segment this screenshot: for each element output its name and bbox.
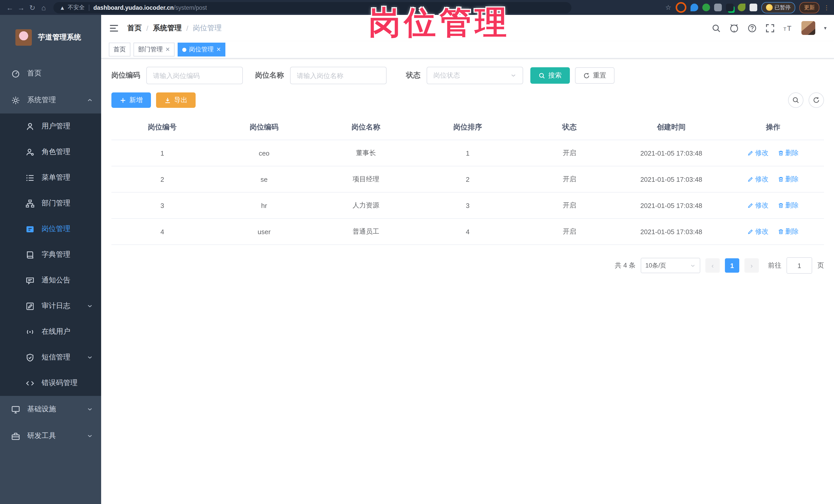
cell-code: se bbox=[213, 166, 315, 192]
app-logo[interactable]: 芋道管理系统 bbox=[0, 15, 101, 60]
edit-link[interactable]: 修改 bbox=[747, 175, 769, 184]
add-button-label: 新增 bbox=[129, 95, 143, 105]
home-icon[interactable]: ⌂ bbox=[38, 2, 49, 13]
extensions-puzzle-icon[interactable] bbox=[749, 4, 757, 11]
tab-home[interactable]: 首页 bbox=[109, 43, 130, 57]
role-icon bbox=[26, 148, 35, 156]
prev-page-button[interactable]: ‹ bbox=[705, 258, 720, 273]
edit-link[interactable]: 修改 bbox=[747, 201, 769, 210]
close-icon[interactable]: ✕ bbox=[165, 46, 170, 53]
forward-icon[interactable]: → bbox=[16, 2, 27, 13]
breadcrumb-home[interactable]: 首页 bbox=[127, 23, 142, 32]
extension-icon[interactable] bbox=[690, 4, 698, 11]
cell-status: 开启 bbox=[519, 140, 620, 166]
close-icon[interactable]: ✕ bbox=[216, 46, 221, 53]
cell-time: 2021-01-05 17:03:48 bbox=[620, 219, 722, 245]
back-icon[interactable]: ← bbox=[4, 2, 16, 13]
menu-list-icon bbox=[26, 173, 35, 182]
sidebar-item-departments[interactable]: 部门管理 bbox=[0, 191, 101, 216]
post-code-input[interactable] bbox=[146, 67, 243, 84]
chevron-down-icon[interactable]: ▾ bbox=[824, 25, 827, 31]
delete-link[interactable]: 删除 bbox=[777, 175, 798, 184]
page-number-button[interactable]: 1 bbox=[725, 258, 739, 273]
sidebar-item-menus[interactable]: 菜单管理 bbox=[0, 165, 101, 191]
sidebar-item-users[interactable]: 用户管理 bbox=[0, 113, 101, 139]
sidebar-item-label: 部门管理 bbox=[42, 199, 70, 208]
main-area: 首页 / 系统管理 / 岗位管理 bbox=[101, 15, 834, 504]
status-select[interactable]: 岗位状态 bbox=[426, 67, 523, 84]
chevron-down-icon bbox=[87, 433, 93, 439]
update-label: 更新 bbox=[804, 4, 815, 11]
sidebar-item-audit-log[interactable]: 审计日志 bbox=[0, 293, 101, 319]
github-icon[interactable] bbox=[729, 23, 739, 32]
sidebar-item-devtools[interactable]: 研发工具 bbox=[0, 423, 101, 449]
cell-name: 董事长 bbox=[315, 140, 417, 166]
sidebar-toggle-icon[interactable] bbox=[109, 23, 119, 33]
extension-icon[interactable] bbox=[738, 4, 745, 11]
help-icon[interactable] bbox=[747, 23, 757, 32]
fullscreen-icon[interactable] bbox=[766, 23, 775, 32]
chevron-down-icon bbox=[87, 303, 93, 309]
online-users-icon bbox=[26, 327, 35, 336]
extension-icon[interactable] bbox=[675, 2, 686, 13]
reset-button[interactable]: 重置 bbox=[575, 67, 615, 84]
cell-actions: 修改 删除 bbox=[722, 219, 824, 245]
sidebar-item-dictionary[interactable]: 字典管理 bbox=[0, 242, 101, 267]
next-page-button[interactable]: › bbox=[744, 258, 759, 273]
edit-link[interactable]: 修改 bbox=[747, 148, 769, 158]
sidebar-item-label: 短信管理 bbox=[42, 353, 70, 362]
sidebar-item-infrastructure[interactable]: 基础设施 bbox=[0, 396, 101, 423]
tab-label: 岗位管理 bbox=[189, 45, 214, 54]
sidebar-item-roles[interactable]: 角色管理 bbox=[0, 139, 101, 165]
sidebar-item-home[interactable]: 首页 bbox=[0, 60, 101, 87]
delete-link[interactable]: 删除 bbox=[777, 227, 798, 236]
post-name-input[interactable] bbox=[290, 67, 387, 84]
tab-departments[interactable]: 部门管理 ✕ bbox=[133, 43, 175, 57]
goto-page-input[interactable] bbox=[787, 257, 812, 274]
delete-link[interactable]: 删除 bbox=[777, 148, 798, 158]
refresh-table-button[interactable] bbox=[809, 92, 824, 108]
delete-label: 删除 bbox=[785, 201, 798, 210]
edit-link[interactable]: 修改 bbox=[747, 227, 769, 236]
paused-profile-badge[interactable]: 已暂停 bbox=[761, 2, 795, 13]
sidebar-item-label: 菜单管理 bbox=[42, 173, 70, 182]
avatar[interactable] bbox=[802, 21, 815, 35]
svg-text:T: T bbox=[784, 26, 786, 31]
sidebar-item-error-codes[interactable]: 错误码管理 bbox=[0, 370, 101, 396]
font-size-icon[interactable]: TT bbox=[784, 23, 793, 32]
header-actions: TT ▾ bbox=[711, 21, 827, 35]
sidebar-item-notices[interactable]: 通知公告 bbox=[0, 267, 101, 293]
update-button[interactable]: 更新 bbox=[799, 2, 819, 13]
extension-icon[interactable] bbox=[714, 4, 722, 11]
page-size-select[interactable]: 10条/页 bbox=[641, 258, 700, 273]
browser-menu-icon[interactable]: ⋮ bbox=[824, 4, 830, 11]
extension-icon[interactable] bbox=[726, 4, 733, 11]
reload-icon[interactable]: ↻ bbox=[27, 2, 38, 13]
cell-name: 人力资源 bbox=[315, 192, 417, 219]
chevron-up-icon bbox=[87, 97, 93, 103]
tab-posts[interactable]: 岗位管理 ✕ bbox=[178, 43, 225, 57]
security-label[interactable]: 不安全 bbox=[68, 4, 85, 11]
delete-link[interactable]: 删除 bbox=[777, 201, 798, 210]
search-icon[interactable] bbox=[711, 23, 721, 32]
add-button[interactable]: 新增 bbox=[111, 92, 151, 108]
post-name-label: 岗位名称 bbox=[255, 71, 284, 80]
search-button[interactable]: 搜索 bbox=[530, 67, 570, 84]
sidebar-item-online-users[interactable]: 在线用户 bbox=[0, 319, 101, 345]
code-icon bbox=[26, 379, 35, 388]
export-button[interactable]: 导出 bbox=[156, 92, 196, 108]
sidebar-item-system[interactable]: 系统管理 bbox=[0, 87, 101, 113]
cell-id: 4 bbox=[111, 219, 213, 245]
sidebar-item-posts[interactable]: 岗位管理 bbox=[0, 216, 101, 242]
chevron-down-icon bbox=[87, 354, 93, 360]
divider bbox=[89, 4, 89, 10]
bookmark-star-icon[interactable]: ☆ bbox=[665, 4, 671, 11]
breadcrumb-system[interactable]: 系统管理 bbox=[153, 23, 182, 32]
toggle-search-button[interactable] bbox=[788, 92, 804, 108]
cell-sort: 4 bbox=[417, 219, 519, 245]
cell-id: 3 bbox=[111, 192, 213, 219]
cell-code: hr bbox=[213, 192, 315, 219]
sidebar-item-sms[interactable]: 短信管理 bbox=[0, 345, 101, 370]
cell-sort: 1 bbox=[417, 140, 519, 166]
extension-icon[interactable] bbox=[702, 4, 710, 11]
